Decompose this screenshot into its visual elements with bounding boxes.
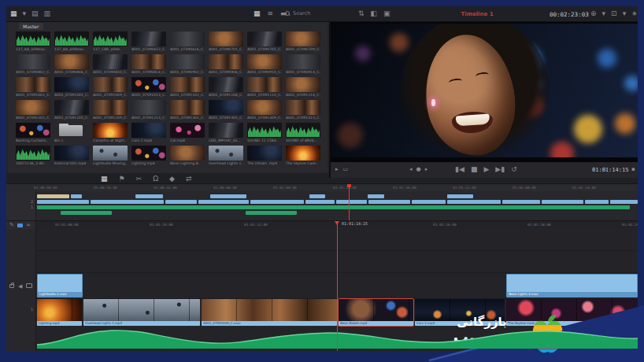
transform-icon[interactable]: ⊕ — [590, 9, 597, 17]
media-item[interactable]: The Skyline Cash.. — [286, 146, 320, 167]
minimap-clip[interactable] — [250, 200, 304, 204]
minimap-clip[interactable] — [412, 200, 446, 204]
speaker-icon[interactable]: ◀ — [18, 283, 22, 290]
media-item[interactable]: A001_07091313_C.. — [286, 100, 320, 121]
media-item[interactable]: Bin 1 — [54, 123, 89, 144]
media-item[interactable]: A001_07090906_C.. — [209, 54, 243, 76]
stop-icon[interactable]: ■ — [471, 165, 478, 173]
minimap-clip[interactable] — [61, 211, 112, 215]
media-item[interactable]: A001_07090902_C.. — [170, 54, 205, 76]
minimap-clip[interactable] — [210, 194, 246, 198]
skip-start-icon[interactable]: ▮◀ — [455, 165, 464, 173]
minimap-clip[interactable] — [165, 200, 197, 204]
sort-icon[interactable]: ⇅ — [358, 9, 365, 17]
loop-icon[interactable]: ↺ — [511, 165, 517, 173]
expand-icon[interactable]: ▪ — [631, 166, 635, 172]
marker-chip[interactable] — [17, 223, 23, 227]
timeline-clip-v2[interactable]: Neon Lights 4.mov — [506, 274, 638, 297]
media-item[interactable]: A001_07090701_C.. — [209, 31, 243, 53]
thumbnail-view-icon[interactable]: ▦ — [254, 9, 261, 17]
minimap-clip[interactable] — [37, 205, 630, 209]
media-item[interactable]: 137_AA_altHeav.. — [16, 31, 50, 53]
minimap-clip[interactable] — [368, 194, 384, 198]
media-item[interactable]: A001_07090914_C.. — [286, 54, 320, 76]
media-item[interactable]: 137_AA_altHeav.. — [54, 31, 89, 53]
pencil-icon[interactable]: ✎ — [9, 222, 14, 228]
minimap-clip[interactable] — [37, 194, 69, 198]
media-pool-icon[interactable]: ▦ — [10, 9, 17, 17]
minimap-clip[interactable] — [610, 200, 638, 204]
media-item[interactable]: A001_07090806_C.. — [54, 54, 89, 76]
minimap-clip[interactable] — [336, 200, 367, 204]
list-view-icon[interactable]: ≡ — [268, 9, 274, 17]
minimap-clip[interactable] — [447, 200, 501, 204]
minimap-clip[interactable] — [71, 194, 82, 198]
minimap-playhead[interactable] — [349, 184, 350, 220]
timeline-view-icon[interactable]: ▦ — [101, 175, 108, 183]
jog-control[interactable]: ◂●▸ — [409, 166, 427, 172]
timeline-clip-v1[interactable]: Overhead Lights 1.mp4 — [83, 299, 200, 326]
minimap-clip[interactable] — [447, 194, 473, 198]
minimap-clip[interactable] — [91, 200, 164, 204]
monitor-icon[interactable] — [26, 283, 32, 288]
media-item[interactable]: A001_07091213_C.. — [131, 100, 166, 121]
timeline-ruler[interactable]: ✎∞ 01:01:08:0001:01:10:0001:01:12:0001:0… — [6, 220, 638, 228]
playhead[interactable] — [337, 221, 338, 351]
skip-end-icon[interactable]: ▶▮ — [495, 165, 505, 173]
media-item[interactable]: SOUND 11 STAD.. — [247, 123, 282, 144]
media-item[interactable]: LGG_IMPORT_GL.. — [209, 123, 243, 144]
media-item[interactable]: A001_07091005_C.. — [54, 77, 89, 98]
minimap-clip[interactable] — [585, 200, 609, 204]
media-item[interactable]: 137_CAR_altHe.. — [93, 31, 128, 53]
minimap-clip[interactable] — [198, 200, 249, 204]
media-item[interactable]: A001_07090612_C.. — [131, 31, 166, 53]
timeline-clip-v1[interactable]: Lighting.mp4 — [37, 299, 82, 326]
media-item[interactable]: A001_07090814_C.. — [131, 54, 166, 76]
timeline-name-dropdown[interactable]: Timeline 1 — [444, 11, 510, 17]
timeline-clip-v2[interactable]: Lightbulbs 2.mov — [37, 274, 83, 297]
import-bin-icon[interactable]: ▥ — [44, 9, 51, 17]
play-icon[interactable]: ▶ — [483, 165, 489, 173]
media-item[interactable]: A001_07091013_C.. — [131, 77, 166, 98]
timeline-clip-v1[interactable]: Neon Bokeh.mp4 — [339, 299, 413, 326]
media-item[interactable]: Cars 2.mp4 — [131, 123, 166, 144]
media-item[interactable]: A001_07091205_C.. — [54, 100, 89, 121]
media-item[interactable]: A001_07091009_C.. — [93, 77, 128, 98]
timeline-clip-v1[interactable]: Cars 2.mp4 — [415, 299, 505, 326]
chevron-down-icon[interactable]: ▾ — [623, 9, 627, 17]
grab-icon[interactable]: ▸ — [335, 166, 339, 172]
media-item[interactable]: A001_07090709_C.. — [286, 31, 320, 53]
media-item[interactable]: Campfire at Night.. — [93, 123, 128, 144]
media-item[interactable]: A001_07090810_C.. — [93, 54, 128, 76]
chain-icon[interactable]: ∞ — [26, 222, 31, 228]
fx-icon[interactable]: ∗ — [631, 9, 638, 17]
jog-fwd-icon[interactable]: ▸ — [425, 166, 428, 172]
chevron-down-icon[interactable]: ▾ — [23, 9, 27, 17]
snap-icon[interactable]: Ω — [153, 175, 158, 183]
media-item[interactable]: A001_07091102_C.. — [170, 77, 205, 98]
media-item[interactable]: A001_07091001_C.. — [16, 77, 50, 98]
media-item[interactable]: Backing Curtains.. — [16, 123, 50, 144]
minimap-clip[interactable] — [305, 200, 335, 204]
media-item[interactable]: A001_07091309_C.. — [247, 100, 282, 121]
media-item[interactable]: A001_07090705_C.. — [247, 31, 282, 53]
media-item[interactable]: The Intown .mp4 — [247, 146, 282, 167]
razor-icon[interactable]: ✂ — [136, 175, 142, 183]
media-item[interactable]: Lightbulbs Moving.. — [93, 146, 128, 167]
media-item[interactable]: A001_07091201_C.. — [16, 100, 50, 121]
minimap-clip[interactable] — [542, 200, 583, 204]
timeline-overview-ruler[interactable]: 01:00:00:0001:00:16:0001:00:32:0001:00:4… — [6, 183, 638, 191]
minimap-clip[interactable] — [37, 200, 89, 204]
timeline-clip-v1[interactable]: The Skyline Cash.mp4 — [506, 299, 638, 326]
minimap-clip[interactable] — [309, 194, 325, 198]
media-item[interactable]: A001_07091209_C.. — [93, 100, 128, 121]
media-item[interactable]: External 001.mp4 — [54, 146, 89, 167]
media-item[interactable]: 20071136_3 A0.. — [16, 146, 50, 167]
minimap-clip[interactable] — [246, 211, 297, 215]
crop-icon[interactable]: ⊡ — [611, 9, 617, 17]
link-icon[interactable]: ⇄ — [186, 175, 192, 183]
timeline-clip-v1[interactable]: A001_07091009_C.mov — [202, 299, 337, 326]
media-item[interactable]: SOUND of ARVIL.. — [286, 123, 320, 144]
media-item[interactable]: A001_07091114_C.. — [286, 77, 320, 98]
timeline-minimap[interactable]: 21 — [6, 191, 638, 220]
